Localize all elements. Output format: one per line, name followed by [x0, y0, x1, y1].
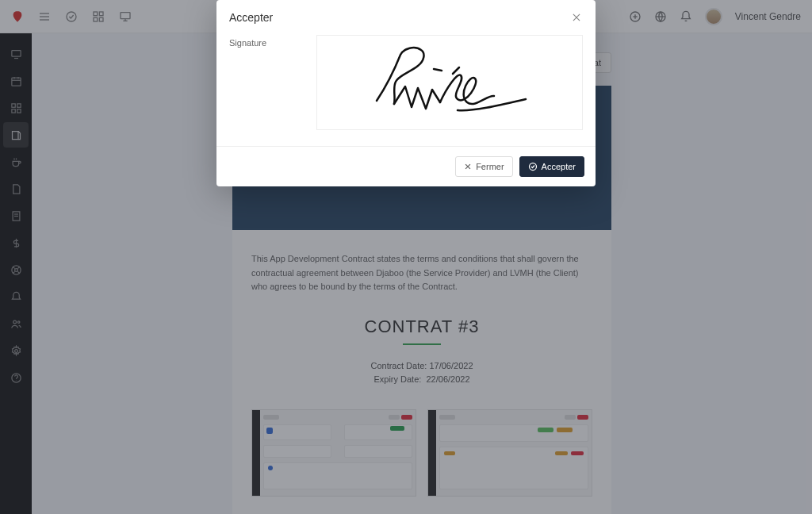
- signature-pad[interactable]: [316, 35, 583, 130]
- accept-modal: Accepter Signature Fermer: [216, 0, 596, 186]
- signature-label: Signature: [229, 35, 301, 130]
- modal-overlay[interactable]: Accepter Signature Fermer: [0, 0, 812, 514]
- accept-button[interactable]: Accepter: [519, 156, 584, 177]
- close-icon[interactable]: [570, 11, 583, 24]
- close-button[interactable]: Fermer: [455, 156, 512, 177]
- modal-title: Accepter: [229, 11, 273, 24]
